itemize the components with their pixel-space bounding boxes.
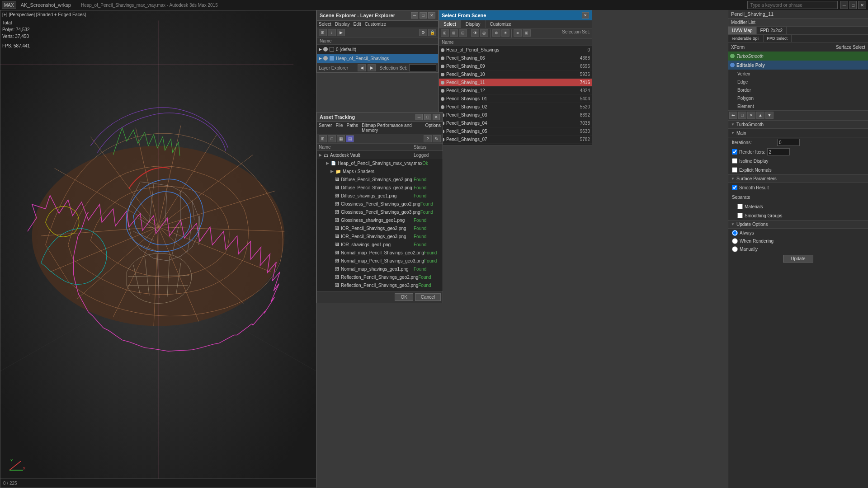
unhide-btn[interactable]: ◎ xyxy=(480,29,488,37)
obj-shavings05[interactable]: Pencil_Shavings_05 9630 xyxy=(439,127,592,136)
map-normal-geo3[interactable]: 🖼 Normal_map_Pencil_Shavings_geo3.png Fo… xyxy=(317,257,443,265)
map-ior-geo1[interactable]: 🖼 IOR_shavings_geo1.png Found xyxy=(317,240,443,249)
mod-btn1[interactable]: ⬅ xyxy=(729,112,737,119)
map-reflect-geo1[interactable]: 🖼 Reflection_shavings_geo1.png Found xyxy=(317,289,443,291)
map-ior-geo3[interactable]: 🖼 IOR_Pencil_Shavings_geo3.png Found xyxy=(317,232,443,240)
selection-set-input[interactable] xyxy=(409,64,436,71)
footer-btn2[interactable]: ▶ xyxy=(368,64,376,71)
tab-display[interactable]: Display xyxy=(461,20,486,28)
vault-group[interactable]: ▶ 🗂 Autodesk Vault Logged xyxy=(317,151,443,159)
surface-params-header[interactable]: ▼ Surface Parameters xyxy=(728,174,868,183)
asset-btn4[interactable]: ▤ xyxy=(346,135,354,142)
xform-row[interactable]: XForm Surface Select xyxy=(728,42,868,52)
asset-refresh-btn[interactable]: ↻ xyxy=(433,135,441,142)
tab-select[interactable]: Select xyxy=(439,20,461,28)
select-invert-btn[interactable]: ⊟ xyxy=(459,29,467,37)
grid-view-btn[interactable]: ⊞ xyxy=(523,29,531,37)
map-diffuse-geo3[interactable]: 🖼 Diffuse_Pencil_Shavings_geo3.png Found xyxy=(317,183,443,192)
mod-btn4[interactable]: ▲ xyxy=(756,112,764,119)
sub-border[interactable]: Border xyxy=(728,86,868,94)
tab-fpd[interactable]: FPD 2x2x2 xyxy=(757,27,787,34)
mod-btn3[interactable]: ✕ xyxy=(747,112,755,119)
tab-uvw[interactable]: UVW Map xyxy=(728,27,757,34)
materials-checkbox[interactable] xyxy=(737,204,743,209)
menu-options[interactable]: Options xyxy=(425,123,441,133)
obj-shaving10[interactable]: Pencil_Shaving_10 5936 xyxy=(439,70,592,79)
map-reflect-geo3[interactable]: 🖼 Reflection_Pencil_Shavings_geo3.png Fo… xyxy=(317,281,443,289)
obj-shaving09[interactable]: Pencil_Shaving_09 6696 xyxy=(439,62,592,70)
map-gloss-geo1[interactable]: 🖼 Glossiness_shavings_geo1.png Found xyxy=(317,216,443,224)
smooth-result-checkbox[interactable] xyxy=(732,185,737,190)
select-all-btn[interactable]: ⊞ xyxy=(441,29,449,37)
menu-edit[interactable]: Edit xyxy=(354,22,361,27)
settings-btn[interactable]: ⚙ xyxy=(419,29,427,36)
maximize-btn[interactable]: □ xyxy=(849,1,857,9)
minimize-asset-btn[interactable]: ─ xyxy=(415,114,423,120)
obj-shavings02[interactable]: Pencil_Shavings_02 5520 xyxy=(439,103,592,111)
asset-btn1[interactable]: ⊞ xyxy=(319,135,327,142)
max-file-item[interactable]: ▶ 📄 Heap_of_Pencil_Shavings_max_vray.max… xyxy=(317,159,443,167)
always-radio[interactable] xyxy=(732,230,738,236)
sub-vertex[interactable]: Vertex xyxy=(728,70,868,78)
asset-btn2[interactable]: □ xyxy=(328,135,336,142)
menu-file[interactable]: File xyxy=(335,123,343,133)
layer-pencil-shavings[interactable]: ▶ Heap_of_Pencil_Shavings xyxy=(317,54,438,63)
maximize-scene-btn[interactable]: □ xyxy=(420,12,427,19)
close-select-btn[interactable]: ✕ xyxy=(582,12,589,19)
render-iters-input[interactable] xyxy=(767,148,790,155)
main-section-header[interactable]: ▼ Main xyxy=(728,129,868,137)
obj-shavings03[interactable]: Pencil_Shavings_03 8392 xyxy=(439,111,592,119)
close-asset-btn[interactable]: ✕ xyxy=(433,114,440,120)
menu-customize[interactable]: Customize xyxy=(365,22,386,27)
map-normal-geo2[interactable]: 🖼 Normal_map_Pencil_Shavings_geo2.png Fo… xyxy=(317,249,443,257)
asset-btn3[interactable]: ▦ xyxy=(337,135,345,142)
render-iters-checkbox[interactable] xyxy=(732,149,737,155)
obj-shavings08[interactable]: Pencil_Shavings_08 3526 xyxy=(439,144,592,145)
tab-fpd-select[interactable]: FPD Select xyxy=(764,35,792,42)
sub-element[interactable]: Element xyxy=(728,102,868,110)
turbosmooth-modifier[interactable]: TurboSmooth xyxy=(728,52,868,61)
explicit-normals-checkbox[interactable] xyxy=(732,167,737,173)
unfreeze-btn[interactable]: ☀ xyxy=(501,29,509,37)
close-btn[interactable]: ✕ xyxy=(858,1,866,9)
sort-btn[interactable]: ↕ xyxy=(328,29,336,36)
maximize-asset-btn[interactable]: □ xyxy=(424,114,431,120)
expand-btn[interactable]: ▶ xyxy=(337,29,345,36)
map-normal-geo1[interactable]: 🖼 Normal_map_shavings_geo1.png Found xyxy=(317,265,443,273)
minimize-btn[interactable]: ─ xyxy=(840,1,848,9)
update-button[interactable]: Update xyxy=(783,255,813,263)
tab-customize[interactable]: Customize xyxy=(486,20,516,28)
map-reflect-geo2[interactable]: 🖼 Reflection_Pencil_Shavings_geo2.png Fo… xyxy=(317,273,443,281)
map-diffuse-geo2[interactable]: 🖼 Diffuse_Pencil_Shavings_geo2.png Found xyxy=(317,175,443,183)
map-diffuse-geo1[interactable]: 🖼 Diffuse_shavings_geo1.png Found xyxy=(317,192,443,200)
menu-select[interactable]: Select xyxy=(319,22,331,27)
map-gloss-geo2[interactable]: 🖼 Glossiness_Pencil_Shavings_geo2.png Fo… xyxy=(317,200,443,208)
search-input[interactable] xyxy=(747,1,838,9)
sub-edge[interactable]: Edge xyxy=(728,78,868,86)
filter-btn[interactable]: ⊞ xyxy=(319,29,327,36)
obj-shaving06[interactable]: Pencil_Shaving_06 4368 xyxy=(439,54,592,62)
menu-paths[interactable]: Paths xyxy=(347,123,359,133)
update-options-header[interactable]: ▼ Update Options xyxy=(728,220,868,229)
footer-btn1[interactable]: ◀ xyxy=(358,64,366,71)
menu-bitmap[interactable]: Bitmap Performance and Memory xyxy=(362,123,421,133)
minimize-scene-btn[interactable]: ─ xyxy=(411,12,418,19)
layer-default[interactable]: ▶ 0 (default) xyxy=(317,45,438,54)
obj-shaving11[interactable]: Pencil_Shaving_11 7416 xyxy=(439,79,592,87)
freeze-btn[interactable]: ❄ xyxy=(492,29,500,37)
manually-radio[interactable] xyxy=(732,246,738,252)
isoline-checkbox[interactable] xyxy=(732,158,737,164)
close-scene-btn[interactable]: ✕ xyxy=(428,12,435,19)
asset-help-btn[interactable]: ? xyxy=(424,135,432,142)
mod-btn2[interactable]: □ xyxy=(738,112,746,119)
max-icon-btn[interactable]: MAX xyxy=(2,1,16,9)
obj-shavings01[interactable]: Pencil_Shavings_01 5404 xyxy=(439,95,592,103)
list-view-btn[interactable]: ≡ xyxy=(514,29,522,37)
map-ior-geo2[interactable]: 🖼 IOR_Pencil_Shavings_geo2.png Found xyxy=(317,224,443,232)
hide-btn[interactable]: 👁 xyxy=(471,29,479,37)
obj-heap[interactable]: Heap_of_Pencil_Shavings 0 xyxy=(439,46,592,54)
lock-btn[interactable]: 🔒 xyxy=(428,29,436,36)
cancel-btn[interactable]: Cancel xyxy=(415,293,441,301)
obj-shaving12[interactable]: Pencil_Shaving_12 4824 xyxy=(439,87,592,95)
maps-group[interactable]: ▶ 📁 Maps / Shaders xyxy=(317,167,443,175)
